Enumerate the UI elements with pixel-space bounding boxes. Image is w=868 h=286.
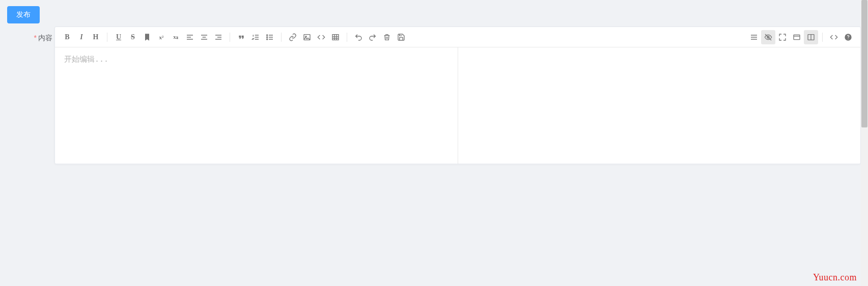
navigation-button[interactable] — [747, 30, 761, 44]
toolbar-left: B I H U S x² x₂ — [58, 30, 410, 44]
bold-icon: B — [65, 33, 69, 41]
align-left-button[interactable] — [183, 30, 197, 44]
italic-button[interactable]: I — [74, 30, 89, 44]
editor-preview-pane — [458, 47, 861, 164]
align-center-button[interactable] — [197, 30, 211, 44]
code-icon — [317, 33, 325, 41]
svg-point-0 — [267, 35, 268, 36]
separator — [230, 33, 230, 42]
heading-icon: H — [93, 33, 99, 41]
table-button[interactable] — [328, 30, 343, 44]
redo-icon — [369, 33, 377, 41]
svg-rect-7 — [794, 35, 800, 39]
svg-point-4 — [305, 36, 306, 37]
align-right-icon — [214, 33, 222, 41]
watermark: Yuucn.com — [813, 272, 857, 283]
strikethrough-button[interactable]: S — [126, 30, 140, 44]
editor-placeholder: 开始编辑... — [64, 56, 108, 64]
help-icon — [844, 33, 852, 41]
trash-icon — [383, 33, 391, 41]
bookmark-button[interactable] — [140, 30, 154, 44]
link-button[interactable] — [286, 30, 300, 44]
split-mode-button[interactable] — [804, 30, 818, 44]
subscript-button[interactable]: x₂ — [169, 30, 183, 44]
required-star: * — [34, 34, 37, 42]
strikethrough-icon: S — [131, 33, 135, 41]
quote-icon — [237, 33, 245, 41]
unordered-list-button[interactable] — [263, 30, 277, 44]
align-left-icon — [186, 33, 194, 41]
svg-point-1 — [267, 37, 268, 38]
underline-icon: U — [116, 33, 121, 41]
trash-button[interactable] — [380, 30, 394, 44]
superscript-button[interactable]: x² — [154, 30, 169, 44]
separator — [281, 33, 282, 42]
image-button[interactable] — [300, 30, 314, 44]
unordered-list-icon — [266, 33, 274, 41]
code-icon — [830, 33, 838, 41]
align-center-icon — [200, 33, 208, 41]
content-label: *内容 — [28, 27, 52, 43]
ordered-list-icon — [251, 33, 260, 41]
editor-toolbar: B I H U S x² x₂ — [55, 27, 860, 47]
fullscreen-button[interactable] — [775, 30, 790, 44]
bookmark-icon — [143, 33, 151, 41]
quote-button[interactable] — [234, 30, 248, 44]
svg-rect-5 — [332, 34, 339, 40]
underline-button[interactable]: U — [111, 30, 126, 44]
editor-input-pane[interactable]: 开始编辑... — [55, 47, 458, 164]
columns-icon — [807, 33, 815, 41]
save-button[interactable] — [394, 30, 408, 44]
save-icon — [397, 33, 405, 41]
fullscreen-icon — [778, 33, 787, 41]
separator — [822, 33, 823, 42]
link-icon — [289, 33, 297, 41]
eye-off-icon — [764, 33, 772, 41]
read-mode-button[interactable] — [790, 30, 804, 44]
svg-point-10 — [848, 38, 848, 39]
italic-icon: I — [80, 33, 82, 41]
markdown-editor: B I H U S x² x₂ — [54, 27, 861, 164]
subscript-icon: x₂ — [173, 34, 178, 40]
code-button[interactable] — [314, 30, 328, 44]
html-source-button[interactable] — [827, 30, 841, 44]
separator — [107, 33, 107, 42]
heading-button[interactable]: H — [89, 30, 103, 44]
separator — [347, 33, 347, 42]
align-right-button[interactable] — [211, 30, 226, 44]
window-icon — [793, 33, 801, 41]
help-button[interactable] — [841, 30, 855, 44]
toolbar-right — [745, 30, 857, 44]
table-icon — [331, 33, 340, 41]
scrollbar-thumb[interactable] — [861, 0, 867, 127]
undo-icon — [354, 33, 362, 41]
sync-scroll-button[interactable] — [761, 30, 775, 44]
ordered-list-button[interactable] — [248, 30, 263, 44]
bold-button[interactable]: B — [60, 30, 74, 44]
superscript-icon: x² — [159, 34, 164, 40]
editor-body: 开始编辑... — [55, 47, 860, 164]
publish-button[interactable]: 发布 — [7, 6, 40, 23]
content-form-row: *内容 B I H U S x² x₂ — [28, 27, 861, 164]
redo-button[interactable] — [366, 30, 380, 44]
image-icon — [303, 33, 311, 41]
undo-button[interactable] — [351, 30, 366, 44]
menu-icon — [750, 33, 758, 41]
vertical-scrollbar[interactable] — [861, 0, 868, 286]
svg-point-2 — [267, 39, 268, 40]
